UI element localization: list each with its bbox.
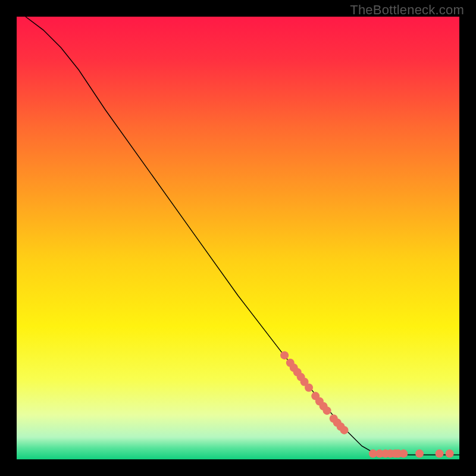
data-marker — [399, 449, 408, 458]
data-marker — [415, 449, 424, 458]
data-marker — [340, 426, 349, 434]
gradient-background — [17, 17, 459, 459]
watermark-text: TheBottleneck.com — [350, 2, 464, 18]
data-marker — [436, 449, 444, 458]
data-marker — [280, 351, 289, 359]
chart-svg — [17, 17, 459, 459]
chart-page: TheBottleneck.com — [0, 0, 476, 476]
chart-plot — [17, 17, 459, 459]
data-marker — [446, 449, 454, 458]
data-marker — [305, 383, 313, 392]
data-marker — [323, 406, 331, 415]
